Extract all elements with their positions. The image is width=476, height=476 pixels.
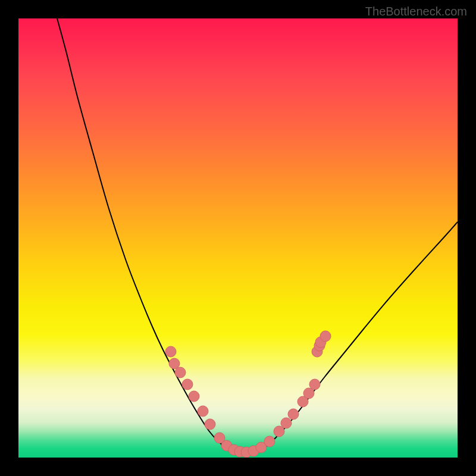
data-point — [320, 331, 331, 342]
watermark-text: TheBottleneck.com — [365, 5, 467, 18]
data-point — [264, 436, 275, 447]
data-point — [288, 409, 299, 419]
data-dots — [165, 331, 331, 458]
bottleneck-curve — [57, 18, 458, 453]
chart-container — [18, 18, 458, 458]
data-point — [309, 379, 320, 390]
data-point — [165, 346, 176, 357]
data-point — [182, 379, 193, 390]
chart-svg — [18, 18, 458, 458]
data-point — [281, 418, 292, 428]
data-point — [189, 391, 199, 402]
data-point — [175, 367, 186, 378]
data-point — [198, 406, 208, 416]
data-point — [274, 426, 284, 437]
data-point — [205, 419, 215, 430]
